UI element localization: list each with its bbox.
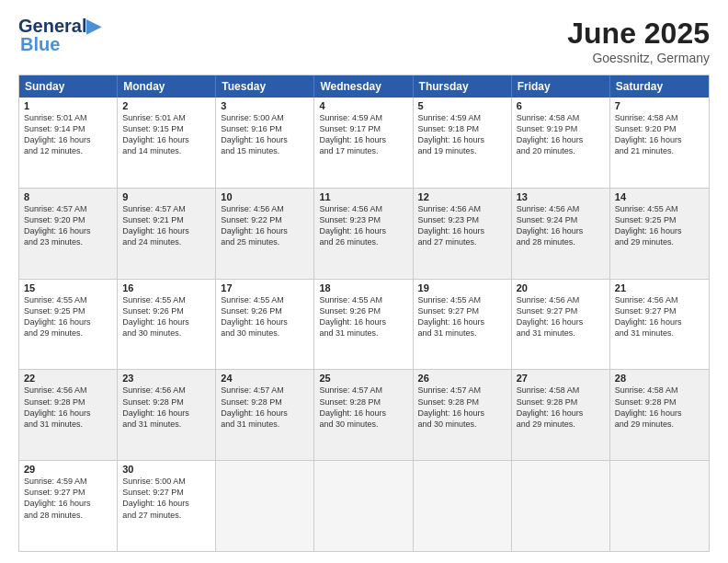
day-20: 20 Sunrise: 4:56 AMSunset: 9:27 PMDaylig… bbox=[512, 280, 610, 370]
day-22: 22 Sunrise: 4:56 AMSunset: 9:28 PMDaylig… bbox=[19, 370, 118, 460]
title-block: June 2025 Goessnitz, Germany bbox=[567, 17, 710, 65]
day-6: 6 Sunrise: 4:58 AMSunset: 9:19 PMDayligh… bbox=[512, 98, 610, 188]
logo-blue: Blue bbox=[20, 35, 60, 53]
month-title: June 2025 bbox=[567, 17, 710, 51]
day-21: 21 Sunrise: 4:56 AMSunset: 9:27 PMDaylig… bbox=[610, 280, 709, 370]
header-friday: Friday bbox=[512, 75, 610, 98]
day-16: 16 Sunrise: 4:55 AMSunset: 9:26 PMDaylig… bbox=[118, 280, 216, 370]
logo: General▶ Blue bbox=[18, 17, 100, 53]
day-17: 17 Sunrise: 4:55 AMSunset: 9:26 PMDaylig… bbox=[216, 280, 314, 370]
day-9: 9 Sunrise: 4:57 AMSunset: 9:21 PMDayligh… bbox=[118, 189, 216, 279]
empty-cell-5 bbox=[610, 461, 709, 551]
header-sunday: Sunday bbox=[19, 75, 118, 98]
day-25: 25 Sunrise: 4:57 AMSunset: 9:28 PMDaylig… bbox=[314, 370, 413, 460]
header-wednesday: Wednesday bbox=[314, 75, 413, 98]
week-row-1: 1 Sunrise: 5:01 AMSunset: 9:14 PMDayligh… bbox=[19, 98, 709, 188]
day-10: 10 Sunrise: 4:56 AMSunset: 9:22 PMDaylig… bbox=[216, 189, 314, 279]
header-tuesday: Tuesday bbox=[216, 75, 314, 98]
day-1: 1 Sunrise: 5:01 AMSunset: 9:14 PMDayligh… bbox=[19, 98, 118, 188]
day-30: 30 Sunrise: 5:00 AMSunset: 9:27 PMDaylig… bbox=[118, 461, 216, 551]
day-24: 24 Sunrise: 4:57 AMSunset: 9:28 PMDaylig… bbox=[216, 370, 314, 460]
day-3: 3 Sunrise: 5:00 AMSunset: 9:16 PMDayligh… bbox=[216, 98, 314, 188]
day-2: 2 Sunrise: 5:01 AMSunset: 9:15 PMDayligh… bbox=[118, 98, 216, 188]
empty-cell-4 bbox=[512, 461, 610, 551]
day-23: 23 Sunrise: 4:56 AMSunset: 9:28 PMDaylig… bbox=[118, 370, 216, 460]
header-thursday: Thursday bbox=[414, 75, 512, 98]
day-29: 29 Sunrise: 4:59 AMSunset: 9:27 PMDaylig… bbox=[19, 461, 118, 551]
week-row-4: 22 Sunrise: 4:56 AMSunset: 9:28 PMDaylig… bbox=[19, 369, 709, 460]
day-12: 12 Sunrise: 4:56 AMSunset: 9:23 PMDaylig… bbox=[414, 189, 512, 279]
day-13: 13 Sunrise: 4:56 AMSunset: 9:24 PMDaylig… bbox=[512, 189, 610, 279]
day-18: 18 Sunrise: 4:55 AMSunset: 9:26 PMDaylig… bbox=[314, 280, 413, 370]
page-header: General▶ Blue June 2025 Goessnitz, Germa… bbox=[18, 17, 710, 65]
calendar-header: Sunday Monday Tuesday Wednesday Thursday… bbox=[19, 75, 709, 98]
day-27: 27 Sunrise: 4:58 AMSunset: 9:28 PMDaylig… bbox=[512, 370, 610, 460]
calendar: Sunday Monday Tuesday Wednesday Thursday… bbox=[18, 75, 710, 552]
empty-cell-3 bbox=[414, 461, 512, 551]
empty-cell-1 bbox=[216, 461, 314, 551]
empty-cell-2 bbox=[314, 461, 413, 551]
location: Goessnitz, Germany bbox=[567, 51, 710, 65]
day-5: 5 Sunrise: 4:59 AMSunset: 9:18 PMDayligh… bbox=[414, 98, 512, 188]
week-row-2: 8 Sunrise: 4:57 AMSunset: 9:20 PMDayligh… bbox=[19, 188, 709, 279]
day-14: 14 Sunrise: 4:55 AMSunset: 9:25 PMDaylig… bbox=[610, 189, 709, 279]
day-11: 11 Sunrise: 4:56 AMSunset: 9:23 PMDaylig… bbox=[314, 189, 413, 279]
header-saturday: Saturday bbox=[610, 75, 709, 98]
day-28: 28 Sunrise: 4:58 AMSunset: 9:28 PMDaylig… bbox=[610, 370, 709, 460]
day-7: 7 Sunrise: 4:58 AMSunset: 9:20 PMDayligh… bbox=[610, 98, 709, 188]
week-row-3: 15 Sunrise: 4:55 AMSunset: 9:25 PMDaylig… bbox=[19, 279, 709, 370]
week-row-5: 29 Sunrise: 4:59 AMSunset: 9:27 PMDaylig… bbox=[19, 460, 709, 551]
calendar-body: 1 Sunrise: 5:01 AMSunset: 9:14 PMDayligh… bbox=[19, 98, 709, 551]
day-4: 4 Sunrise: 4:59 AMSunset: 9:17 PMDayligh… bbox=[314, 98, 413, 188]
header-monday: Monday bbox=[118, 75, 216, 98]
day-19: 19 Sunrise: 4:55 AMSunset: 9:27 PMDaylig… bbox=[414, 280, 512, 370]
day-15: 15 Sunrise: 4:55 AMSunset: 9:25 PMDaylig… bbox=[19, 280, 118, 370]
day-8: 8 Sunrise: 4:57 AMSunset: 9:20 PMDayligh… bbox=[19, 189, 118, 279]
day-26: 26 Sunrise: 4:57 AMSunset: 9:28 PMDaylig… bbox=[414, 370, 512, 460]
logo-text: General▶ bbox=[18, 17, 100, 35]
